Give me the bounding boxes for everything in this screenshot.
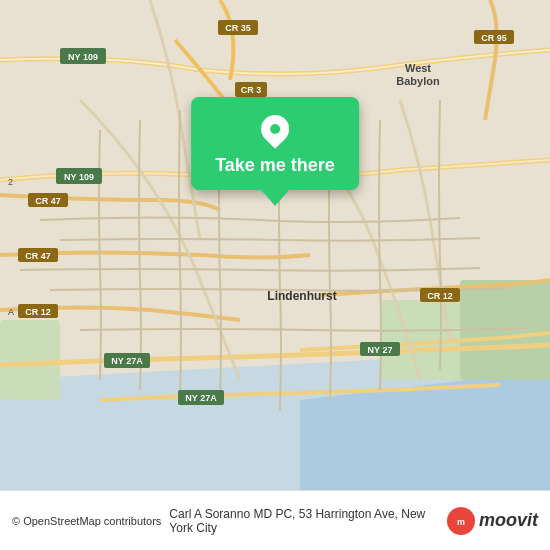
svg-text:NY 27: NY 27	[368, 345, 393, 355]
map-container: NY 109 CR 35 CR 3 NY 109 CR 47 CR 47 CR …	[0, 0, 550, 490]
svg-text:CR 12: CR 12	[25, 307, 51, 317]
svg-text:CR 95: CR 95	[481, 33, 507, 43]
popup-box[interactable]: Take me there	[191, 97, 359, 190]
svg-text:NY 109: NY 109	[64, 172, 94, 182]
moovit-text: moovit	[479, 510, 538, 531]
svg-text:CR 47: CR 47	[25, 251, 51, 261]
svg-text:NY 27A: NY 27A	[111, 356, 143, 366]
svg-text:A: A	[8, 307, 14, 317]
take-me-there-popup[interactable]: Take me there	[191, 97, 359, 206]
svg-text:NY 109: NY 109	[68, 52, 98, 62]
svg-text:CR 35: CR 35	[225, 23, 251, 33]
location-pin-icon	[257, 111, 293, 147]
svg-text:CR 3: CR 3	[241, 85, 262, 95]
svg-text:NY 27A: NY 27A	[185, 393, 217, 403]
svg-text:2: 2	[8, 177, 13, 187]
map-attribution: © OpenStreetMap contributors	[12, 515, 161, 527]
destination-address: Carl A Soranno MD PC, 53 Harrington Ave,…	[161, 507, 447, 535]
svg-text:Lindenhurst: Lindenhurst	[267, 289, 336, 303]
svg-rect-5	[0, 320, 60, 400]
svg-text:West: West	[405, 62, 431, 74]
popup-arrow	[261, 190, 289, 206]
moovit-logo[interactable]: m moovit	[447, 507, 538, 535]
svg-text:CR 47: CR 47	[35, 196, 61, 206]
footer-bar: © OpenStreetMap contributors Carl A Sora…	[0, 490, 550, 550]
moovit-icon: m	[447, 507, 475, 535]
svg-text:Babylon: Babylon	[396, 75, 440, 87]
svg-text:m: m	[457, 517, 465, 527]
svg-text:CR 12: CR 12	[427, 291, 453, 301]
take-me-there-button[interactable]: Take me there	[215, 155, 335, 176]
